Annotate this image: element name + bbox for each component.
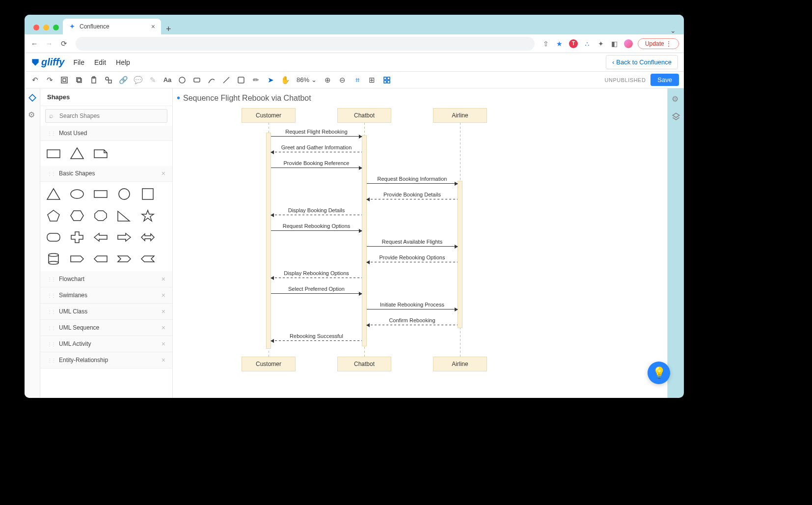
zoom-in-button[interactable]: ⊕ bbox=[323, 75, 333, 85]
section-uml-sequence[interactable]: ⋮⋮UML Sequence× bbox=[40, 320, 172, 336]
layers-icon[interactable] bbox=[672, 112, 680, 121]
arrow[interactable] bbox=[271, 340, 362, 341]
menu-edit[interactable]: Edit bbox=[89, 58, 111, 66]
arrow[interactable] bbox=[271, 136, 362, 137]
search-shapes-input[interactable] bbox=[45, 109, 167, 123]
rectangle-tool[interactable] bbox=[191, 75, 202, 85]
shape-rectangle[interactable] bbox=[92, 187, 109, 201]
close-icon[interactable]: × bbox=[162, 169, 165, 177]
menu-help[interactable]: Help bbox=[111, 58, 135, 66]
shape-octagon[interactable] bbox=[92, 208, 109, 223]
text-tool[interactable]: Aa bbox=[162, 75, 173, 85]
layers-button[interactable] bbox=[381, 75, 392, 85]
msg-label[interactable]: Greet and Gather Information bbox=[271, 144, 362, 150]
pointer-tool[interactable]: ➤ bbox=[265, 75, 276, 85]
shape-triangle[interactable] bbox=[45, 187, 62, 201]
msg-label[interactable]: Provide Rebooking Options bbox=[367, 254, 458, 260]
reload-button[interactable]: ⟳ bbox=[59, 39, 69, 49]
close-icon[interactable]: × bbox=[162, 340, 165, 348]
share-icon[interactable]: ⇧ bbox=[541, 39, 550, 48]
msg-label[interactable]: Rebooking Successful bbox=[271, 333, 362, 339]
close-icon[interactable]: × bbox=[162, 356, 165, 364]
arrow[interactable] bbox=[271, 168, 362, 168]
close-icon[interactable]: × bbox=[162, 308, 165, 315]
side-panel-icon[interactable]: ◧ bbox=[610, 39, 619, 48]
redo-button[interactable]: ↷ bbox=[44, 75, 55, 85]
participant-chatbot-bottom[interactable]: Chatbot bbox=[337, 357, 391, 371]
shape-tool[interactable] bbox=[103, 75, 114, 85]
zoom-out-button[interactable]: ⊖ bbox=[337, 75, 348, 85]
close-tab-button[interactable]: × bbox=[151, 23, 155, 30]
section-most-used[interactable]: ⋮⋮Most Used bbox=[40, 126, 172, 141]
section-swimlanes[interactable]: ⋮⋮Swimlanes× bbox=[40, 287, 172, 304]
connector-tool[interactable] bbox=[206, 75, 217, 85]
msg-label[interactable]: Request Booking Information bbox=[367, 176, 458, 182]
shape-plus[interactable] bbox=[69, 230, 85, 245]
document-title[interactable]: Sequence Flight Rebook via Chatbot bbox=[177, 92, 311, 104]
participant-airline-bottom[interactable]: Airline bbox=[433, 357, 487, 371]
zoom-level[interactable]: 86% ⌄ bbox=[295, 76, 319, 84]
close-icon[interactable]: × bbox=[162, 275, 165, 283]
msg-label[interactable]: Provide Booking Reference bbox=[271, 160, 362, 166]
new-tab-button[interactable]: + bbox=[161, 24, 176, 34]
shape-star[interactable] bbox=[139, 208, 156, 223]
arrow[interactable] bbox=[367, 262, 458, 262]
msg-label[interactable]: Confirm Rebooking bbox=[367, 317, 458, 323]
shape-note[interactable] bbox=[92, 146, 109, 161]
circle-tool[interactable] bbox=[177, 75, 188, 85]
gliffy-logo[interactable]: gliffy bbox=[30, 56, 64, 68]
back-to-confluence-button[interactable]: ‹ Back to Confluence bbox=[606, 55, 678, 69]
paste-button[interactable] bbox=[88, 75, 99, 85]
translate-icon[interactable]: ⛬ bbox=[583, 39, 592, 48]
activation-airline[interactable] bbox=[458, 181, 462, 328]
arrow[interactable] bbox=[367, 309, 458, 309]
shape-tag-left[interactable] bbox=[92, 252, 109, 266]
frame-tool[interactable] bbox=[59, 75, 70, 85]
extensions-icon[interactable]: ✦ bbox=[596, 39, 605, 48]
activation-customer[interactable] bbox=[266, 133, 271, 349]
shape-triangle[interactable] bbox=[69, 146, 85, 161]
pencil-tool[interactable]: ✏ bbox=[250, 75, 261, 85]
copy-button[interactable] bbox=[74, 75, 84, 85]
close-icon[interactable]: × bbox=[162, 324, 165, 332]
msg-label[interactable]: Initiate Rebooking Process bbox=[367, 302, 458, 308]
participant-customer-top[interactable]: Customer bbox=[242, 108, 296, 123]
msg-label[interactable]: Select Preferred Option bbox=[271, 286, 362, 292]
line-tool[interactable] bbox=[221, 75, 232, 85]
save-button[interactable]: Save bbox=[650, 74, 679, 86]
shape-arrow-right[interactable] bbox=[116, 230, 133, 245]
forward-button[interactable]: → bbox=[44, 39, 54, 49]
shape-arrow-left[interactable] bbox=[92, 230, 109, 245]
arrow[interactable] bbox=[271, 152, 362, 152]
shape-hexagon[interactable] bbox=[69, 208, 85, 223]
shape-pentagon[interactable] bbox=[45, 208, 62, 223]
shape-right-triangle[interactable] bbox=[116, 208, 133, 223]
edit-button[interactable]: ✎ bbox=[147, 75, 158, 85]
section-uml-activity[interactable]: ⋮⋮UML Activity× bbox=[40, 336, 172, 352]
shape-ellipse[interactable] bbox=[69, 187, 85, 201]
shape-circle[interactable] bbox=[116, 187, 133, 201]
section-flowchart[interactable]: ⋮⋮Flowchart× bbox=[40, 271, 172, 287]
undo-button[interactable]: ↶ bbox=[29, 75, 40, 85]
shape-square[interactable] bbox=[139, 187, 156, 201]
minimize-window-button[interactable] bbox=[43, 25, 49, 30]
shape-cylinder[interactable] bbox=[45, 252, 62, 266]
section-uml-class[interactable]: ⋮⋮UML Class× bbox=[40, 304, 172, 320]
link-button[interactable]: 🔗 bbox=[118, 75, 129, 85]
maximize-window-button[interactable] bbox=[53, 25, 59, 30]
activation-chatbot[interactable] bbox=[362, 135, 367, 346]
snap-button[interactable]: ⌗ bbox=[352, 75, 363, 85]
shape-chevron-left[interactable] bbox=[139, 252, 156, 266]
arrow[interactable] bbox=[271, 230, 362, 231]
tab-overflow-button[interactable]: ⌄ bbox=[662, 27, 684, 34]
msg-label[interactable]: Request Rebooking Options bbox=[271, 223, 362, 229]
menu-file[interactable]: File bbox=[68, 58, 89, 66]
bookmark-icon[interactable]: ★ bbox=[555, 39, 564, 48]
back-button[interactable]: ← bbox=[29, 39, 39, 49]
shape-chevron-right[interactable] bbox=[116, 252, 133, 266]
msg-label[interactable]: Request Available Flights bbox=[367, 239, 458, 245]
arrow[interactable] bbox=[367, 246, 458, 247]
arrow[interactable] bbox=[367, 183, 458, 184]
msg-label[interactable]: Provide Booking Details bbox=[367, 192, 458, 197]
msg-label[interactable]: Display Booking Details bbox=[271, 207, 362, 213]
